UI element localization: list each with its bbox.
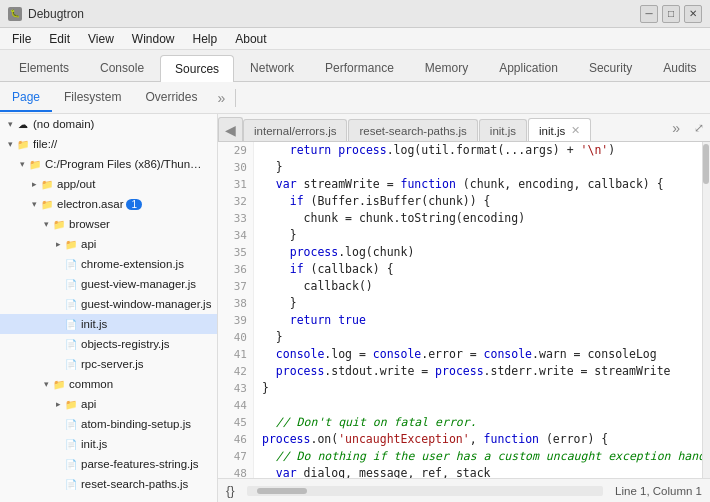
file-tab-errors[interactable]: internal/errors.js	[243, 119, 347, 142]
tree-item-reset[interactable]: 📄 reset-search-paths.js	[0, 474, 217, 494]
scrollbar-thumb[interactable]	[703, 144, 709, 184]
tree-label: guest-view-manager.js	[81, 278, 196, 290]
tree-label: init.js	[81, 318, 107, 330]
main-area: Page Filesystem Overrides » ▾ ☁ (no doma…	[0, 82, 710, 502]
close-button[interactable]: ✕	[684, 5, 702, 23]
folder-icon: 📁	[52, 377, 66, 391]
tree-toggle: ▸	[52, 238, 64, 250]
tree-label: api	[81, 238, 96, 250]
tree-label: guest-window-manager.js	[81, 298, 211, 310]
tree-item-guest-view[interactable]: 📄 guest-view-manager.js	[0, 274, 217, 294]
menu-edit[interactable]: Edit	[41, 30, 78, 48]
tree-item-asar[interactable]: ▾ 📁 electron.asar 1	[0, 194, 217, 214]
tree-label: (no domain)	[33, 118, 94, 130]
folder-icon: 📁	[40, 177, 54, 191]
menu-file[interactable]: File	[4, 30, 39, 48]
folder-icon: 📁	[16, 137, 30, 151]
tree-item-init-browser[interactable]: 📄 init.js	[0, 314, 217, 334]
menu-help[interactable]: Help	[185, 30, 226, 48]
tree-item-api2[interactable]: ▸ 📁 api	[0, 394, 217, 414]
menu-bar: File Edit View Window Help About	[0, 28, 710, 50]
vertical-scrollbar[interactable]	[702, 142, 710, 478]
tree-item-file[interactable]: ▾ 📁 file://	[0, 134, 217, 154]
tree-item-common[interactable]: ▾ 📁 common	[0, 374, 217, 394]
file-tab-close-icon[interactable]: ✕	[571, 124, 580, 137]
tree-label: common	[69, 378, 113, 390]
tree-toggle: ▸	[28, 178, 40, 190]
file-icon: 📄	[64, 337, 78, 351]
tab-network[interactable]: Network	[235, 54, 309, 81]
tree-item-appout[interactable]: ▸ 📁 app/out	[0, 174, 217, 194]
file-tab-init-active[interactable]: init.js ✕	[528, 118, 591, 142]
file-icon: 📄	[64, 477, 78, 491]
tree-label: file://	[33, 138, 57, 150]
folder-icon: 📁	[64, 397, 78, 411]
file-icon: 📄	[64, 357, 78, 371]
tree-label: init.js	[81, 438, 107, 450]
subtab-filesystem[interactable]: Filesystem	[52, 84, 133, 112]
tree-toggle: ▾	[4, 138, 16, 150]
file-tab-expand-icon[interactable]: ⤢	[688, 117, 710, 139]
file-icon: 📄	[64, 417, 78, 431]
badge-asar: 1	[126, 199, 142, 210]
file-icon: 📄	[64, 317, 78, 331]
maximize-button[interactable]: □	[662, 5, 680, 23]
tree-item-guest-win[interactable]: 📄 guest-window-manager.js	[0, 294, 217, 314]
folder-icon: 📁	[40, 197, 54, 211]
tree-item-api1[interactable]: ▸ 📁 api	[0, 234, 217, 254]
tree-item-rpc[interactable]: 📄 rpc-server.js	[0, 354, 217, 374]
tree-item-chrome-ext[interactable]: 📄 chrome-extension.js	[0, 254, 217, 274]
title-bar: 🐛 Debugtron ─ □ ✕	[0, 0, 710, 28]
file-tab-init1[interactable]: init.js	[479, 119, 527, 142]
folder-icon: 📁	[52, 217, 66, 231]
tree-item-init-common[interactable]: 📄 init.js	[0, 434, 217, 454]
subtab-divider	[235, 89, 236, 107]
tab-sources[interactable]: Sources	[160, 55, 234, 82]
tree-item-atom-binding[interactable]: 📄 atom-binding-setup.js	[0, 414, 217, 434]
line-numbers: 2930313233343536373839404142434445464748…	[218, 142, 254, 478]
subtab-more-icon[interactable]: »	[209, 86, 233, 110]
tree-toggle: ▸	[52, 398, 64, 410]
menu-window[interactable]: Window	[124, 30, 183, 48]
tree-toggle: ▾	[40, 378, 52, 390]
tree-label: browser	[69, 218, 110, 230]
code-icon: {}	[226, 483, 235, 498]
tree-item-parse[interactable]: 📄 parse-features-string.js	[0, 454, 217, 474]
file-tabs-row: ◀ internal/errors.js reset-search-paths.…	[218, 114, 710, 142]
status-bar: {} Line 1, Column 1	[218, 478, 710, 502]
app-icon: 🐛	[8, 7, 22, 21]
tree-item-no-domain[interactable]: ▾ ☁ (no domain)	[0, 114, 217, 134]
subtab-overrides[interactable]: Overrides	[133, 84, 209, 112]
devtools-tab-bar: Elements Console Sources Network Perform…	[0, 50, 710, 82]
tab-elements[interactable]: Elements	[4, 54, 84, 81]
file-tree-panel[interactable]: ▾ ☁ (no domain) ▾ 📁 file:// ▾ 📁 C:/Progr…	[0, 114, 218, 502]
file-tabs-more-icon[interactable]: »	[664, 116, 688, 140]
file-icon: 📄	[64, 297, 78, 311]
tab-performance[interactable]: Performance	[310, 54, 409, 81]
code-editor[interactable]: 2930313233343536373839404142434445464748…	[218, 142, 710, 478]
panels-row: ▾ ☁ (no domain) ▾ 📁 file:// ▾ 📁 C:/Progr…	[0, 114, 710, 502]
tab-application[interactable]: Application	[484, 54, 573, 81]
menu-about[interactable]: About	[227, 30, 274, 48]
file-tab-reset[interactable]: reset-search-paths.js	[348, 119, 477, 142]
tree-label: C:/Program Files (x86)/Thunder Network/	[45, 158, 205, 170]
tab-memory[interactable]: Memory	[410, 54, 483, 81]
tree-toggle: ▾	[16, 158, 28, 170]
minimize-button[interactable]: ─	[640, 5, 658, 23]
tree-toggle: ▾	[4, 118, 16, 130]
tree-item-thunder[interactable]: ▾ 📁 C:/Program Files (x86)/Thunder Netwo…	[0, 154, 217, 174]
file-tab-prev-icon[interactable]: ◀	[218, 117, 243, 142]
tree-toggle: ▾	[28, 198, 40, 210]
subtab-page[interactable]: Page	[0, 84, 52, 112]
menu-view[interactable]: View	[80, 30, 122, 48]
cursor-position: Line 1, Column 1	[615, 485, 702, 497]
tab-security[interactable]: Security	[574, 54, 647, 81]
tab-console[interactable]: Console	[85, 54, 159, 81]
tree-item-browser[interactable]: ▾ 📁 browser	[0, 214, 217, 234]
horizontal-scrollbar[interactable]	[247, 486, 603, 496]
tree-label: electron.asar	[57, 198, 123, 210]
code-content[interactable]: return process.log(util.format(...args) …	[254, 142, 702, 478]
tab-audits[interactable]: Audits	[648, 54, 710, 81]
scrollbar-thumb-h[interactable]	[257, 488, 307, 494]
tree-item-objects[interactable]: 📄 objects-registry.js	[0, 334, 217, 354]
